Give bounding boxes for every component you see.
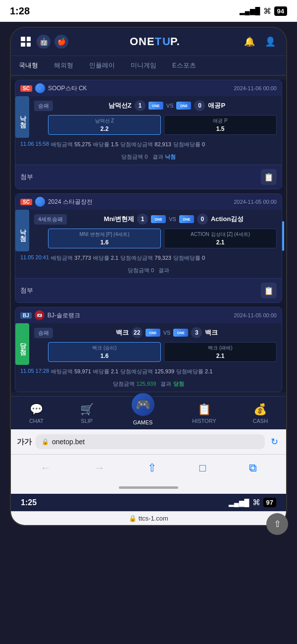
odds-value-3b: 2.1: [168, 352, 272, 359]
slip-label: SLIP: [81, 418, 93, 424]
back-button[interactable]: ←: [37, 459, 54, 477]
bet-card-1-header: SC ⚔ SOOP스타 CK 2024-11-06 00:00: [15, 80, 282, 96]
result-badge-1: 낙첨: [15, 96, 29, 138]
win-amount-label-1: 당첨금액 0: [121, 154, 148, 160]
url-bar[interactable]: 🔒 onetop.bet: [36, 434, 265, 449]
attach-icon-2[interactable]: 📋: [261, 283, 277, 298]
lock-icon: 🔒: [42, 438, 49, 445]
sc-badge-3: BJ: [20, 312, 32, 319]
website-lock-icon: 🔒: [129, 515, 137, 522]
tab-inplay[interactable]: 인플레이: [81, 56, 123, 76]
bet-info-est-1: 당첨예상금액 82,913: [120, 141, 171, 148]
bottom-nav: 💬 CHAT 🛒 SLIP 🎮 GAMES 📋 HISTORY 💰 CASH: [11, 396, 286, 429]
history-label: HISTORY: [192, 418, 216, 424]
bell-icon[interactable]: 🔔: [242, 34, 257, 50]
tab-overseas[interactable]: 해외형: [46, 56, 81, 76]
team1-score-3: 22: [132, 327, 143, 338]
bet-info-amount-3: 배팅금액 59,971: [51, 368, 91, 375]
team2-score-2: 0: [197, 214, 208, 225]
result-text-1: 낙첨: [165, 154, 176, 160]
signal-icon: ▂▄▆█: [240, 7, 260, 15]
history-icon: 📋: [198, 403, 211, 416]
odds-row-1: 남덕선 Z 2.2 애공 P 1.5: [29, 115, 282, 138]
onetop-logo-1a: ONE: [148, 102, 163, 110]
odds-label-2a: MNI 변현제 [P] (4세트): [52, 231, 156, 238]
attach-icon-1[interactable]: 📋: [261, 169, 277, 185]
home-indicator-bar: [11, 483, 286, 494]
result-badge-2: 낙첨: [15, 210, 29, 251]
user-icon[interactable]: 👤: [262, 34, 278, 50]
bet-info-odds-1: 배당률 1.5: [93, 141, 118, 148]
tab-esports[interactable]: E스포츠: [164, 56, 204, 76]
bookmarks-button[interactable]: □: [197, 459, 209, 477]
bet-info-amount-2: 배팅금액 37,773: [51, 254, 91, 262]
odds-value-2a: 1.6: [52, 239, 156, 246]
result-text-3: 당첨: [173, 381, 184, 387]
vs-3: VS: [163, 330, 171, 336]
onetop-logo-3a: ONE: [146, 329, 160, 337]
team2-score-3: 3: [191, 327, 202, 338]
sc-badge-2: SC: [20, 199, 32, 205]
league-logo-2: ⚔: [35, 197, 45, 207]
league-logo-3: 🇰🇷: [35, 310, 45, 320]
status-bar: 1:28 ▂▄▆█ ⌘ 94: [0, 0, 297, 22]
nav-slip[interactable]: 🛒 SLIP: [80, 403, 94, 424]
font-size-indicator: 가가: [17, 437, 32, 447]
team1-score-2: 1: [137, 214, 148, 225]
share-button[interactable]: ⇧: [145, 459, 159, 477]
league-name-1: SOOP스타 CK: [48, 84, 87, 93]
reload-button[interactable]: ↻: [269, 434, 280, 449]
tabs-button[interactable]: ⧉: [246, 459, 260, 477]
nav-history[interactable]: 📋 HISTORY: [192, 403, 216, 424]
phone-frame: 🤖 🍎 ONETUP. 🔔 👤 국내형 해외형 인플레이 미니게임 E스포츠 S…: [10, 27, 287, 526]
result-badge-3: 당첨: [15, 323, 29, 365]
cash-label: CASH: [253, 418, 268, 424]
attach-label-1: 첨부: [20, 173, 33, 181]
chat-label: CHAT: [29, 418, 44, 424]
apple-icon[interactable]: 🍎: [54, 35, 68, 49]
android-icon[interactable]: 🤖: [37, 35, 50, 49]
browser-bar: 가가 🔒 onetop.bet ↻: [11, 429, 286, 454]
vs-2: VS: [169, 216, 176, 222]
team1-name-1: 남덕선Z: [108, 101, 132, 110]
match-teams-2: Mni변현제 1 ONE VS ONE 0 Action김성: [71, 214, 277, 225]
bet-result-row-3: 당첨금액 125,939 결과 당첨: [15, 378, 282, 392]
win-amount-label-3: 당첨금액 125,939: [113, 381, 156, 387]
status-bar-2: 1:25 ▂▄▆█ ⌘ 97: [11, 494, 286, 511]
team1-score-1: 1: [135, 100, 146, 111]
status-time: 1:28: [10, 5, 30, 17]
odds-row-3: 백크 (승리) 1.6 백크 (패배) 2.1: [29, 342, 282, 365]
bet-card-3: BJ 🇰🇷 BJ-솔로랭크 2024-11-05 00:00 당첨 승패 백크 …: [15, 307, 282, 392]
website-url: ttcs-1.com: [139, 515, 168, 522]
vs-1: VS: [166, 103, 174, 109]
sc-badge-1: SC: [20, 85, 32, 92]
scroll-up-button[interactable]: ⇧: [266, 513, 288, 535]
grid-menu-icon[interactable]: [19, 35, 33, 49]
team2-name-3: 백크: [205, 328, 218, 337]
bet-card-2-content: 4세트승패 Mni변현제 1 ONE VS ONE 0 Action김성: [29, 210, 282, 251]
bet-info-odds-3: 배당률 2.1: [93, 368, 118, 375]
tab-domestic[interactable]: 국내형: [11, 56, 46, 76]
nav-games[interactable]: 🎮 GAMES: [130, 402, 156, 425]
bet-info-row-3: 11.05 17:28 배팅금액 59,971 배당률 2.1 당첨예상금액 1…: [15, 365, 282, 378]
odds-value-2b: 2.1: [168, 239, 272, 246]
games-label: GAMES: [133, 419, 153, 425]
bet-info-time-2: 11.05 20:41: [20, 254, 49, 262]
nav-cash[interactable]: 💰 CASH: [253, 403, 268, 424]
forward-button[interactable]: →: [91, 459, 108, 477]
attach-row-1: 첨부 📋: [15, 165, 282, 189]
bet-card-2-header-left: SC ⚔ 2024 스타골장전: [20, 197, 93, 207]
attach-label-2: 첨부: [20, 286, 33, 295]
bet-info-winodd-1: 당첨배당률 0: [173, 141, 205, 148]
signal-icon-2: ▂▄▆█: [229, 499, 249, 507]
bet-info-time-3: 11.05 17:28: [20, 368, 49, 375]
league-logo-1: ⚔: [35, 83, 45, 93]
main-content: SC ⚔ SOOP스타 CK 2024-11-06 00:00 낙첨 승패 남덕…: [11, 80, 286, 392]
bet-info-amount-label-1: 배팅금액 55,275: [51, 141, 91, 148]
website-bar: 🔒 ttcs-1.com: [11, 511, 286, 525]
match-teams-1: 남덕선Z 1 ONE VS ONE 0 애공P: [57, 100, 277, 111]
status-icons-2: ▂▄▆█ ⌘ 97: [229, 498, 276, 507]
nav-chat[interactable]: 💬 CHAT: [29, 403, 44, 424]
bet-type-1: 승패: [34, 101, 53, 111]
tab-minigame[interactable]: 미니게임: [123, 56, 164, 76]
